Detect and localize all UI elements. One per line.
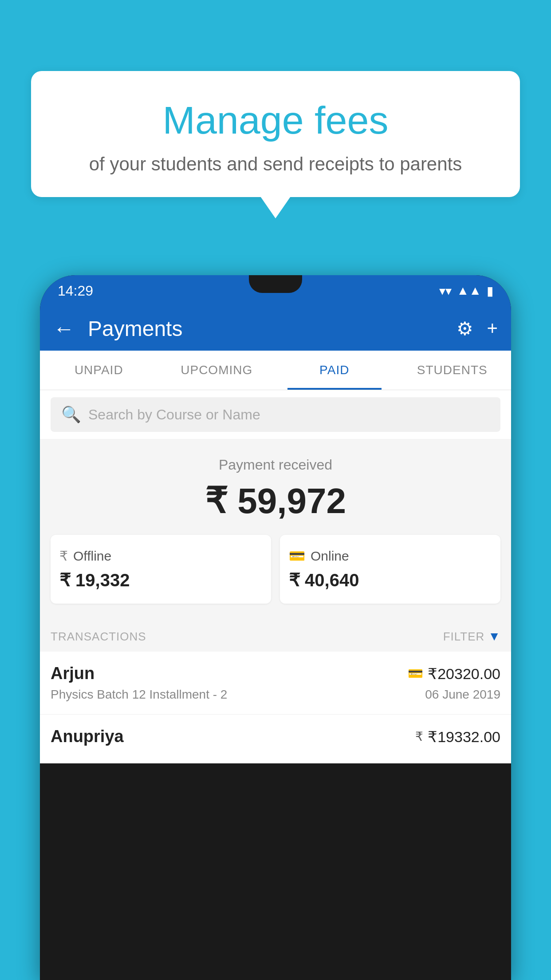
signal-icon: ▲▲ — [457, 284, 481, 298]
online-card-header: 💳 Online — [289, 548, 492, 564]
tab-paid[interactable]: PAID — [276, 351, 394, 390]
header-title: Payments — [88, 316, 448, 341]
transaction-item[interactable]: Anupriya ₹ ₹19332.00 — [40, 715, 511, 763]
payment-received-label: Payment received — [51, 457, 500, 473]
search-bar[interactable]: 🔍 Search by Course or Name — [51, 397, 500, 432]
search-placeholder: Search by Course or Name — [88, 407, 260, 423]
speech-bubble: Manage fees of your students and send re… — [31, 71, 520, 197]
offline-card-header: ₹ Offline — [59, 548, 262, 564]
wifi-icon: ▾▾ — [439, 284, 452, 298]
transaction-row-top: Anupriya ₹ ₹19332.00 — [51, 727, 500, 746]
tab-students[interactable]: STUDENTS — [394, 351, 512, 390]
offline-icon: ₹ — [59, 548, 68, 564]
battery-icon: ▮ — [487, 284, 493, 298]
transaction-amount-row: 💳 ₹20320.00 — [408, 665, 500, 683]
add-icon[interactable]: + — [487, 318, 498, 339]
app-header: ← Payments ⚙ + — [40, 306, 511, 351]
filter-row[interactable]: FILTER ▼ — [443, 629, 500, 644]
search-container: 🔍 Search by Course or Name — [40, 390, 511, 439]
online-icon: 💳 — [289, 548, 305, 564]
transactions-header: TRANSACTIONS FILTER ▼ — [40, 617, 511, 652]
header-actions: ⚙ + — [457, 318, 498, 340]
back-button[interactable]: ← — [53, 316, 75, 341]
transaction-name: Arjun — [51, 664, 94, 683]
transaction-course: Physics Batch 12 Installment - 2 — [51, 688, 227, 702]
tab-unpaid[interactable]: UNPAID — [40, 351, 158, 390]
payment-total-amount: ₹ 59,972 — [51, 480, 500, 522]
status-icons: ▾▾ ▲▲ ▮ — [439, 284, 493, 298]
transaction-list: Arjun 💳 ₹20320.00 Physics Batch 12 Insta… — [40, 652, 511, 763]
transaction-amount: ₹20320.00 — [428, 665, 500, 683]
status-time: 14:29 — [58, 283, 93, 299]
online-card: 💳 Online ₹ 40,640 — [280, 535, 500, 604]
transaction-item[interactable]: Arjun 💳 ₹20320.00 Physics Batch 12 Insta… — [40, 652, 511, 715]
transaction-date: 06 June 2019 — [425, 688, 500, 702]
bubble-title: Manage fees — [49, 98, 502, 143]
transaction-name: Anupriya — [51, 727, 124, 746]
transaction-row-bottom: Physics Batch 12 Installment - 2 06 June… — [51, 688, 500, 702]
transaction-amount: ₹19332.00 — [428, 728, 500, 746]
filter-label: FILTER — [443, 630, 485, 644]
status-bar: 14:29 ▾▾ ▲▲ ▮ — [40, 275, 511, 306]
offline-card: ₹ Offline ₹ 19,332 — [51, 535, 271, 604]
online-type: Online — [311, 549, 349, 564]
transaction-amount-row: ₹ ₹19332.00 — [415, 728, 500, 746]
payment-summary: Payment received ₹ 59,972 ₹ Offline ₹ 19… — [40, 439, 511, 617]
settings-icon[interactable]: ⚙ — [457, 318, 473, 340]
offline-payment-icon: ₹ — [415, 729, 423, 744]
offline-type: Offline — [73, 549, 111, 564]
filter-icon: ▼ — [488, 629, 500, 644]
search-icon: 🔍 — [61, 405, 81, 424]
transaction-row-top: Arjun 💳 ₹20320.00 — [51, 664, 500, 683]
phone-frame: 14:29 ▾▾ ▲▲ ▮ ← Payments ⚙ + UNPAID UPCO… — [40, 275, 511, 980]
online-amount: ₹ 40,640 — [289, 570, 492, 590]
tab-upcoming[interactable]: UPCOMING — [158, 351, 276, 390]
offline-amount: ₹ 19,332 — [59, 570, 262, 590]
tabs-bar: UNPAID UPCOMING PAID STUDENTS — [40, 351, 511, 390]
transactions-label: TRANSACTIONS — [51, 630, 146, 644]
bubble-subtitle: of your students and send receipts to pa… — [49, 154, 502, 175]
phone-notch — [249, 275, 302, 293]
payment-cards: ₹ Offline ₹ 19,332 💳 Online ₹ 40,640 — [51, 535, 500, 604]
phone-screen: 🔍 Search by Course or Name Payment recei… — [40, 390, 511, 763]
online-payment-icon: 💳 — [408, 666, 423, 681]
